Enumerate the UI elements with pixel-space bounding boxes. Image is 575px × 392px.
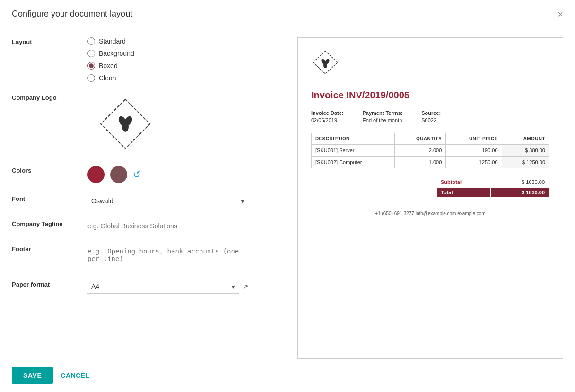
table-header-unit-price: UNIT PRICE — [446, 133, 502, 145]
save-button[interactable]: SAVE — [12, 367, 53, 384]
company-logo-svg — [97, 96, 154, 152]
company-tagline-content — [87, 219, 286, 233]
company-logo-content — [87, 93, 286, 155]
layout-option-boxed[interactable]: Boxed — [87, 62, 286, 70]
svg-point-3 — [122, 122, 129, 132]
layout-option-standard[interactable]: Standard — [87, 37, 286, 45]
paper-format-select[interactable]: A4 Letter Legal — [87, 280, 239, 294]
row1-qty: 2.000 — [394, 145, 446, 157]
font-content: Oswald Roboto Lato Open Sans ▼ — [87, 194, 286, 208]
layout-radio-background[interactable] — [87, 50, 95, 57]
subtotal-value: $ 1630.00 — [491, 177, 549, 187]
font-select-wrap: Oswald Roboto Lato Open Sans ▼ — [87, 194, 248, 208]
source-label: Source: — [421, 110, 441, 116]
invoice-date-label: Invoice Date: — [311, 110, 343, 116]
row2-desc: [SKU002] Computer — [312, 157, 395, 168]
payment-terms-value: End of the month — [362, 117, 402, 123]
row1-desc: [SKU001] Server — [312, 145, 395, 157]
colors-label: Colors — [12, 166, 87, 174]
total-value: $ 1630.00 — [491, 188, 549, 197]
footer-content — [87, 244, 286, 269]
preview-totals: Subtotal $ 1630.00 Total $ 1630.00 — [311, 176, 549, 198]
font-row: Font Oswald Roboto Lato Open Sans ▼ — [12, 194, 286, 208]
company-logo-label: Company Logo — [12, 93, 87, 101]
color2-picker[interactable] — [110, 166, 127, 183]
color-reset-button[interactable]: ↺ — [133, 169, 141, 180]
subtotal-row: Subtotal $ 1630.00 — [437, 177, 549, 187]
font-select[interactable]: Oswald Roboto Lato Open Sans — [87, 194, 248, 208]
company-tagline-input[interactable] — [87, 219, 248, 233]
colors-picker-row: ↺ — [87, 166, 286, 183]
totals-table: Subtotal $ 1630.00 Total $ 1630.00 — [436, 176, 549, 198]
layout-radio-group: Standard Background Boxed Clean — [87, 37, 286, 82]
preview-top-divider — [311, 81, 549, 81]
source-value: S0022 — [421, 117, 436, 123]
preview-footer-divider — [311, 206, 549, 206]
dialog-body: Layout Standard Background B — [0, 26, 575, 359]
preview-footer: +1 (650) 691-3277 info@example.com examp… — [311, 211, 549, 216]
colors-content: ↺ — [87, 166, 286, 183]
row2-amount: $ 1250.00 — [502, 157, 549, 168]
row1-amount: $ 380.00 — [502, 145, 549, 157]
layout-option-background[interactable]: Background — [87, 50, 286, 57]
company-logo-row: Company Logo — [12, 93, 286, 155]
preview-source: Source: S0022 — [421, 110, 441, 123]
payment-terms-label: Payment Terms: — [362, 110, 402, 116]
dialog-title: Configure your document layout — [12, 9, 132, 19]
paper-select-wrap: A4 Letter Legal ▼ — [87, 280, 239, 294]
footer-label: Footer — [12, 244, 87, 253]
row1-unit: 190.00 — [446, 145, 502, 157]
preview-invoice-title: Invoice INV/2019/0005 — [311, 90, 549, 101]
preview-table: DESCRIPTION QUANTITY UNIT PRICE AMOUNT [… — [311, 133, 549, 168]
layout-label-standard: Standard — [99, 37, 126, 45]
layout-options: Standard Background Boxed Clean — [87, 37, 286, 82]
subtotal-label: Subtotal — [437, 177, 490, 187]
footer-input[interactable] — [87, 244, 248, 267]
preview-logo-row — [311, 49, 549, 75]
table-row: [SKU002] Computer 1.000 1250.00 $ 1250.0… — [312, 157, 549, 168]
total-row: Total $ 1630.00 — [437, 188, 549, 197]
dialog-footer: SAVE CANCEL — [0, 359, 575, 392]
close-button[interactable]: × — [558, 9, 563, 19]
table-row: [SKU001] Server 2.000 190.00 $ 380.00 — [312, 145, 549, 157]
invoice-date-value: 02/05/2019 — [311, 117, 337, 123]
company-tagline-row: Company Tagline — [12, 219, 286, 233]
preview-invoice-date: Invoice Date: 02/05/2019 — [311, 110, 343, 123]
color1-picker[interactable] — [87, 166, 105, 183]
form-panel: Layout Standard Background B — [12, 37, 286, 359]
table-header-description: DESCRIPTION — [312, 133, 395, 145]
company-tagline-label: Company Tagline — [12, 219, 87, 227]
preview-panel: Invoice INV/2019/0005 Invoice Date: 02/0… — [297, 37, 563, 359]
paper-format-row: Paper format A4 Letter Legal ▼ ↗ — [12, 280, 286, 294]
dialog-header: Configure your document layout × — [0, 0, 575, 26]
layout-label-background: Background — [99, 50, 134, 57]
paper-format-content: A4 Letter Legal ▼ ↗ — [87, 280, 286, 294]
row2-unit: 1250.00 — [446, 157, 502, 168]
table-header-quantity: QUANTITY — [394, 133, 446, 145]
total-label: Total — [437, 188, 490, 197]
layout-radio-clean[interactable] — [87, 74, 95, 82]
colors-row: Colors ↺ — [12, 166, 286, 183]
row2-qty: 1.000 — [394, 157, 446, 168]
layout-option-clean[interactable]: Clean — [87, 74, 286, 82]
layout-radio-boxed[interactable] — [87, 62, 95, 70]
layout-label: Layout — [12, 37, 87, 45]
layout-label-clean: Clean — [99, 74, 116, 82]
table-header-amount: AMOUNT — [502, 133, 549, 145]
cancel-button[interactable]: CANCEL — [61, 372, 90, 379]
preview-meta-row: Invoice Date: 02/05/2019 Payment Terms: … — [311, 110, 549, 123]
layout-row: Layout Standard Background B — [12, 37, 286, 82]
paper-format-label: Paper format — [12, 280, 87, 288]
preview-payment-terms: Payment Terms: End of the month — [362, 110, 402, 123]
preview-logo-svg — [311, 49, 340, 75]
layout-label-boxed: Boxed — [99, 62, 118, 70]
paper-format-control-row: A4 Letter Legal ▼ ↗ — [87, 280, 286, 294]
footer-row: Footer — [12, 244, 286, 269]
layout-radio-standard[interactable] — [87, 37, 95, 45]
configure-layout-dialog: Configure your document layout × Layout … — [0, 0, 575, 392]
logo-area — [87, 93, 163, 155]
svg-point-7 — [323, 62, 327, 68]
font-label: Font — [12, 194, 87, 202]
paper-format-external-link-button[interactable]: ↗ — [243, 283, 249, 291]
